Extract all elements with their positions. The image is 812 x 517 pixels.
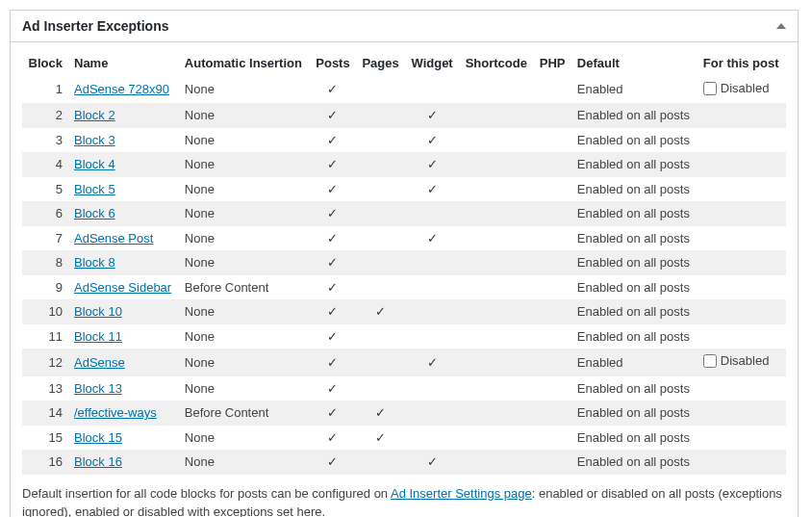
cell-pages — [356, 103, 405, 128]
cell-block-number: 6 — [22, 201, 68, 226]
cell-name: Block 15 — [68, 426, 179, 451]
cell-default: Enabled on all posts — [571, 275, 698, 300]
cell-block-number: 7 — [22, 226, 68, 251]
cell-php — [534, 226, 571, 251]
block-name-link[interactable]: AdSense — [74, 355, 125, 370]
table-row: 16Block 16None✓✓Enabled on all posts — [22, 450, 786, 475]
cell-default: Enabled on all posts — [571, 299, 698, 324]
block-name-link[interactable]: /effective-ways — [74, 405, 157, 420]
block-name-link[interactable]: Block 6 — [74, 206, 115, 220]
cell-block-number: 11 — [22, 324, 68, 349]
cell-automatic-insertion: None — [179, 349, 310, 375]
cell-php — [534, 152, 571, 177]
col-header-posts: Posts — [310, 52, 356, 76]
cell-name: Block 5 — [68, 177, 179, 202]
cell-posts: ✓ — [310, 76, 356, 103]
cell-name: Block 10 — [68, 299, 179, 324]
col-header-block: Block — [22, 52, 68, 76]
cell-pages: ✓ — [356, 426, 405, 451]
cell-name: /effective-ways — [68, 401, 179, 426]
block-name-link[interactable]: Block 5 — [74, 182, 115, 196]
cell-widget: ✓ — [405, 226, 459, 251]
footnote-link[interactable]: Ad Inserter Settings page — [391, 486, 532, 501]
cell-default: Enabled on all posts — [571, 152, 698, 177]
cell-block-number: 8 — [22, 250, 68, 275]
disabled-checkbox[interactable] — [703, 354, 717, 368]
cell-posts: ✓ — [310, 349, 356, 375]
cell-widget — [405, 275, 459, 300]
cell-posts: ✓ — [310, 401, 356, 426]
cell-for-this-post — [698, 376, 786, 401]
cell-for-this-post — [698, 450, 786, 475]
block-name-link[interactable]: Block 2 — [74, 108, 115, 122]
cell-block-number: 10 — [22, 299, 68, 324]
cell-pages: ✓ — [356, 401, 405, 426]
cell-for-this-post: Disabled — [698, 76, 786, 103]
table-row: 12AdSenseNone✓✓EnabledDisabled — [22, 349, 786, 375]
block-name-link[interactable]: Block 11 — [74, 329, 122, 344]
disabled-label-text: Disabled — [721, 79, 770, 98]
cell-posts: ✓ — [310, 426, 356, 451]
disabled-checkbox-label[interactable]: Disabled — [703, 79, 770, 98]
block-name-link[interactable]: Block 4 — [74, 157, 115, 171]
cell-posts: ✓ — [310, 201, 356, 226]
cell-block-number: 1 — [22, 76, 68, 103]
cell-automatic-insertion: None — [179, 76, 310, 103]
col-header-widget: Widget — [405, 52, 459, 76]
col-header-default: Default — [571, 52, 698, 76]
table-row: 3Block 3None✓✓Enabled on all posts — [22, 128, 786, 153]
block-name-link[interactable]: AdSense Post — [74, 231, 153, 246]
cell-for-this-post — [698, 401, 786, 426]
cell-default: Enabled on all posts — [571, 426, 698, 451]
disabled-checkbox-label[interactable]: Disabled — [703, 351, 770, 371]
cell-pages — [356, 226, 405, 251]
disabled-checkbox[interactable] — [703, 82, 717, 95]
cell-for-this-post — [698, 128, 786, 153]
cell-php — [534, 177, 571, 202]
cell-name: Block 11 — [68, 324, 179, 349]
cell-name: Block 13 — [68, 376, 179, 401]
cell-shortcode — [459, 401, 533, 426]
cell-default: Enabled on all posts — [571, 128, 698, 153]
cell-for-this-post — [698, 250, 786, 275]
cell-automatic-insertion: None — [179, 226, 310, 251]
cell-name: Block 16 — [68, 450, 179, 475]
cell-shortcode — [459, 201, 533, 226]
cell-block-number: 14 — [22, 401, 68, 426]
cell-default: Enabled on all posts — [571, 450, 698, 475]
cell-php — [534, 401, 571, 426]
cell-automatic-insertion: Before Content — [179, 275, 310, 300]
cell-posts: ✓ — [310, 299, 356, 324]
table-row: 2Block 2None✓✓Enabled on all posts — [22, 103, 786, 128]
cell-automatic-insertion: None — [179, 128, 310, 153]
cell-widget — [405, 76, 459, 103]
block-name-link[interactable]: Block 8 — [74, 255, 115, 270]
cell-php — [534, 201, 571, 226]
block-name-link[interactable]: Block 10 — [74, 304, 122, 319]
cell-widget — [405, 376, 459, 401]
cell-block-number: 3 — [22, 128, 68, 153]
cell-for-this-post: Disabled — [698, 349, 786, 375]
block-name-link[interactable]: Block 15 — [74, 430, 122, 445]
block-name-link[interactable]: Block 3 — [74, 133, 115, 147]
cell-shortcode — [459, 76, 533, 103]
cell-pages — [356, 275, 405, 300]
panel-header[interactable]: Ad Inserter Exceptions — [11, 11, 798, 42]
cell-block-number: 15 — [22, 426, 68, 451]
cell-pages — [356, 324, 405, 349]
table-row: 8Block 8None✓Enabled on all posts — [22, 250, 786, 275]
block-name-link[interactable]: Block 13 — [74, 381, 122, 396]
cell-automatic-insertion: None — [179, 201, 310, 226]
block-name-link[interactable]: Block 16 — [74, 454, 122, 469]
cell-widget — [405, 401, 459, 426]
block-name-link[interactable]: AdSense 728x90 — [74, 82, 169, 96]
cell-pages — [356, 201, 405, 226]
cell-shortcode — [459, 226, 533, 251]
cell-default: Enabled on all posts — [571, 103, 698, 128]
block-name-link[interactable]: AdSense Sidebar — [74, 280, 171, 295]
cell-shortcode — [459, 128, 533, 153]
cell-shortcode — [459, 324, 533, 349]
cell-shortcode — [459, 349, 533, 375]
cell-for-this-post — [698, 226, 786, 251]
cell-shortcode — [459, 103, 533, 128]
